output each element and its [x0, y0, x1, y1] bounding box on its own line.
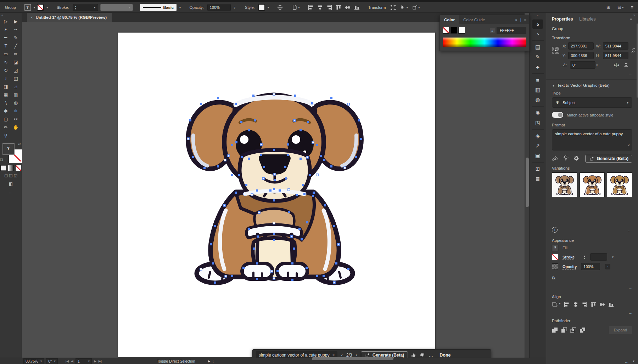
shape-builder-tool[interactable]: ◨ — [1, 83, 11, 90]
workspace-switcher-icon[interactable]: ⊟▾ — [617, 5, 623, 10]
variation-thumbnail-1[interactable] — [552, 172, 577, 197]
variation-prev-icon[interactable]: ‹ — [340, 352, 343, 358]
draw-mode-3-icon[interactable]: ◲ — [14, 173, 17, 178]
appearance-opacity-label[interactable]: Opacity — [563, 265, 577, 269]
flip-horizontal-icon[interactable]: ▸|◂ — [614, 63, 619, 67]
layers-icon[interactable]: ◈ — [532, 131, 543, 141]
fill-color-swatch[interactable]: ? — [24, 4, 31, 11]
artboard-tool[interactable]: ▢ — [1, 115, 11, 123]
knife-tool[interactable]: ✑ — [1, 124, 11, 131]
graphic-styles-icon[interactable]: ◳ — [532, 118, 543, 127]
dock-collapse-icon[interactable]: « — [530, 13, 546, 19]
draw-mode-2-icon[interactable]: ◱ — [9, 173, 12, 178]
close-tab-icon[interactable]: × — [30, 15, 33, 19]
color-panel-menu-icon[interactable]: ≡ — [524, 18, 526, 22]
zoom-level-field[interactable]: 80.75%▾ — [23, 358, 44, 364]
document-setup-icon[interactable]: ▾ — [292, 5, 300, 10]
graph-tool[interactable]: ılı — [11, 107, 21, 114]
rotate-tool[interactable]: ↻ — [1, 67, 11, 74]
h-align-center-icon[interactable] — [317, 5, 323, 10]
style-picker-icon[interactable] — [552, 155, 558, 162]
draw-mode-1-icon[interactable]: ▢ — [4, 173, 8, 178]
paintbrush-tool[interactable]: ✏ — [11, 50, 21, 57]
y-field[interactable]: 300.4336 — [568, 52, 594, 59]
hand-tool[interactable]: ✋ — [11, 124, 21, 131]
fill-stroke-proxy[interactable]: ? ⇄ ❏ — [2, 143, 20, 162]
stroke-icon[interactable]: ≡ — [532, 75, 543, 85]
asset-export-icon[interactable]: ↗ — [532, 141, 543, 150]
opacity-field[interactable]: 100% — [207, 4, 231, 11]
info-icon[interactable]: i — [552, 227, 558, 233]
fill-chevron-icon[interactable]: ▾ — [34, 6, 35, 9]
appearance-stroke-label[interactable]: Stroke — [563, 255, 575, 259]
tab-color-guide[interactable]: Color Guide — [459, 15, 489, 24]
menu-icon[interactable]: ≡ — [631, 5, 633, 10]
rotate-chevron-icon[interactable]: ▾ — [596, 63, 598, 67]
settings-gear-icon[interactable] — [573, 155, 579, 162]
shaper-tool[interactable]: ∿ — [1, 58, 11, 66]
h-align-right-icon[interactable] — [326, 5, 332, 10]
h-align-left-icon[interactable] — [308, 5, 314, 10]
color-panel-expand-icon[interactable]: » — [515, 18, 517, 22]
eraser-tool[interactable]: ◪ — [11, 58, 21, 66]
mesh-tool[interactable]: ▦ — [1, 91, 11, 98]
fx-label[interactable]: fx. — [552, 275, 632, 280]
artboards-icon[interactable]: ▣ — [532, 151, 543, 160]
horizontal-scroll-thumb[interactable] — [312, 357, 393, 360]
gradient-button[interactable] — [8, 165, 14, 171]
pathfinder-unite-icon[interactable] — [552, 327, 558, 333]
brush-chevron-icon[interactable]: ▾ — [179, 6, 181, 9]
appearance-fill-swatch[interactable]: ? — [552, 245, 558, 251]
prompt-clear-icon[interactable]: × — [332, 353, 335, 358]
panel-v-align-top-icon[interactable] — [591, 302, 596, 307]
screen-mode-icon[interactable]: ◧ — [0, 181, 22, 186]
canvas-area[interactable]: simple cartoon vector of a cute puppy × … — [22, 22, 525, 358]
appearance-opacity-swatch[interactable] — [552, 263, 558, 270]
suggestions-icon[interactable] — [563, 155, 569, 162]
stroke-chevron-icon[interactable]: ▾ — [46, 6, 48, 9]
slice-tool[interactable]: ✂ — [11, 115, 21, 123]
prompt-input[interactable]: simple cartoon vector of a cute puppy × — [552, 129, 632, 150]
align-more-icon[interactable]: … — [629, 310, 633, 314]
canvas-vertical-scrollbar[interactable] — [525, 22, 530, 358]
direct-selection-tool[interactable]: ▶ — [11, 18, 21, 25]
stroke-weight-label[interactable]: Stroke: — [57, 5, 69, 10]
line-segment-tool[interactable]: ╱ — [11, 42, 21, 49]
x-field[interactable]: 297.9301 — [568, 42, 594, 50]
rectangle-tool[interactable]: ▭ — [1, 50, 11, 57]
color-white-swatch[interactable] — [458, 27, 465, 34]
gradient-icon[interactable]: ▥ — [532, 85, 543, 95]
tab-libraries[interactable]: Libraries — [579, 17, 595, 22]
stroke-weight-stepper[interactable]: ▴▾ — [584, 255, 585, 260]
properties-menu-icon[interactable]: ≡ — [629, 16, 632, 22]
reference-point-grid[interactable] — [552, 46, 560, 55]
prompt-clear-icon[interactable]: × — [627, 143, 630, 147]
pathfinder-more-icon[interactable]: … — [625, 359, 628, 363]
swap-fill-stroke-icon[interactable]: ⇄ — [18, 142, 21, 146]
type-dropdown[interactable]: ✻ Subject ▾ — [552, 97, 632, 108]
ttv-more-icon[interactable]: … — [628, 228, 633, 232]
brushes-icon[interactable]: ✎ — [532, 52, 543, 62]
pathfinder-intersect-icon[interactable] — [570, 327, 576, 333]
recolor-artwork-icon[interactable] — [277, 5, 283, 10]
color-panel-icon[interactable]: ◕ — [532, 19, 543, 29]
status-play-icon[interactable]: ▶ — [208, 359, 211, 363]
match-artboard-toggle[interactable] — [552, 112, 563, 118]
expand-button[interactable]: Expand — [609, 326, 632, 334]
arrange-documents-icon[interactable]: ⊞ — [606, 5, 610, 10]
brush-definition-combo[interactable]: Basic — [140, 4, 177, 11]
magic-wand-tool[interactable]: ✶ — [1, 26, 11, 33]
next-artboard-icon[interactable]: ▶ — [94, 359, 96, 363]
appearance-more-icon[interactable]: … — [629, 285, 633, 290]
generate-beta-button[interactable]: Generate (Beta) — [585, 155, 632, 163]
transparency-icon[interactable]: ◍ — [532, 95, 543, 104]
appearance-stroke-swatch[interactable] — [552, 254, 558, 260]
eyedropper-tool[interactable]: ∖ — [1, 99, 11, 106]
swatches-icon[interactable]: ▤ — [532, 42, 543, 52]
color-button[interactable] — [0, 165, 6, 171]
toolbar-collapse-icon[interactable]: « — [0, 13, 22, 18]
panel-scrollbar-thumb[interactable] — [637, 23, 638, 98]
appearance-opacity-field[interactable]: 100% — [581, 263, 600, 270]
color-spectrum-bar[interactable] — [443, 38, 526, 47]
opacity-label[interactable]: Opacity: — [189, 5, 203, 10]
